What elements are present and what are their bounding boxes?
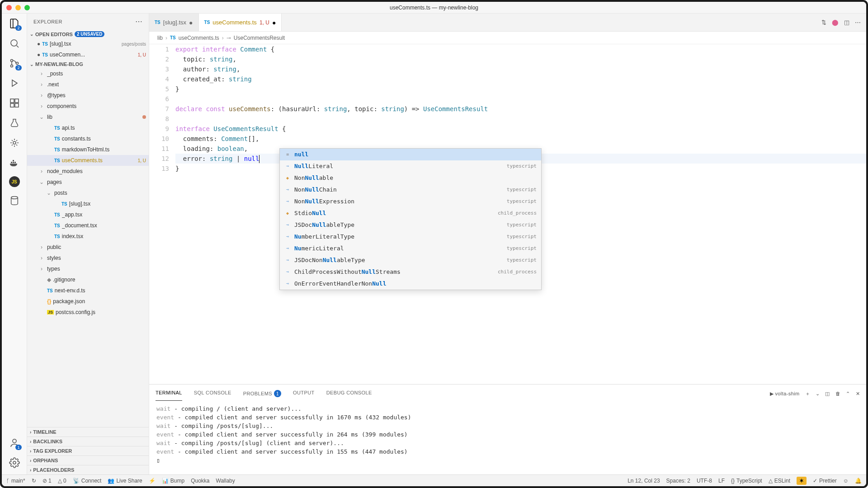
autocomplete-item[interactable]: ⊸ JSDocNullableType typescript: [280, 219, 541, 231]
wallaby[interactable]: Wallaby: [216, 478, 235, 484]
tree-item[interactable]: ⌄ posts: [27, 188, 149, 198]
language-mode[interactable]: {} TypeScript: [731, 478, 762, 484]
database-icon[interactable]: [8, 194, 21, 207]
breadcrumb[interactable]: lib › TS useComments.ts › ⊸ UseCommentsR…: [149, 32, 866, 44]
autocomplete-item[interactable]: ⊸ OnErrorEventHandlerNonNull: [280, 278, 541, 290]
autocomplete-item[interactable]: ◆ StdioNull child_process: [280, 207, 541, 219]
sidebar-section[interactable]: ›TIMELINE: [27, 427, 149, 436]
close-panel-icon[interactable]: ✕: [856, 391, 860, 397]
search-icon[interactable]: [8, 37, 21, 50]
terminal-dropdown-icon[interactable]: ⌄: [816, 391, 820, 397]
panel-tab[interactable]: SQL CONSOLE: [194, 386, 231, 401]
prettier[interactable]: ✓ Prettier: [813, 478, 837, 484]
autocomplete-popup[interactable]: ≡ null ⊸ NullLiteral typescript ◆ NonNul…: [279, 148, 542, 290]
tree-item[interactable]: TS [slug].tsx: [27, 198, 149, 209]
extensions-icon[interactable]: [8, 97, 21, 109]
cursor-position[interactable]: Ln 12, Col 23: [627, 478, 660, 484]
live-share[interactable]: 👥 Live Share: [108, 478, 142, 484]
pin-icon[interactable]: ⬤: [832, 19, 839, 26]
tree-item[interactable]: › .next: [27, 79, 149, 90]
autocomplete-item[interactable]: ≡ null: [280, 149, 541, 160]
copilot-icon[interactable]: ✶: [797, 477, 807, 485]
terminal-output[interactable]: wait - compiling / (client and server)..…: [149, 403, 866, 474]
tree-item[interactable]: {} package.json: [27, 296, 149, 307]
tree-item[interactable]: TS index.tsx: [27, 231, 149, 242]
sidebar-section[interactable]: ›PLACEHOLDERS: [27, 465, 149, 474]
feedback-icon[interactable]: ☺: [843, 478, 849, 484]
maximize-panel-icon[interactable]: ⌃: [846, 391, 850, 397]
accounts-icon[interactable]: 1: [8, 436, 21, 449]
open-editor-item[interactable]: ● TS useCommen... 1, U: [27, 49, 149, 60]
source-control-icon[interactable]: 2: [8, 57, 21, 70]
new-terminal-icon[interactable]: ＋: [805, 390, 810, 397]
terminal-shell[interactable]: ▶ volta-shim: [770, 391, 800, 397]
gitlens-icon[interactable]: [8, 136, 21, 149]
autocomplete-item[interactable]: ◆ NonNullable: [280, 172, 541, 184]
sidebar-section[interactable]: ›ORPHANS: [27, 455, 149, 465]
compare-icon[interactable]: ⇅: [821, 19, 826, 26]
sidebar-section[interactable]: ›BACKLINKS: [27, 436, 149, 446]
tree-item[interactable]: › @types: [27, 90, 149, 101]
tree-item[interactable]: TS markdownToHtml.ts: [27, 144, 149, 155]
autocomplete-item[interactable]: ⊸ NullLiteral typescript: [280, 160, 541, 172]
autocomplete-item[interactable]: ⊸ JSDocNonNullableType typescript: [280, 254, 541, 266]
quokka[interactable]: Quokka: [191, 478, 209, 484]
editor-tab[interactable]: TS useComments.ts 1, U ●: [199, 14, 282, 31]
tree-item[interactable]: › styles: [27, 253, 149, 263]
testing-icon[interactable]: [8, 117, 21, 129]
more-actions-icon[interactable]: ⋯: [855, 19, 861, 26]
tree-item[interactable]: › _posts: [27, 68, 149, 79]
tree-item[interactable]: JS postcss.config.js: [27, 307, 149, 318]
panel-tab[interactable]: OUTPUT: [293, 386, 315, 401]
errors-count[interactable]: ⊘ 1: [42, 478, 52, 484]
eol[interactable]: LF: [718, 478, 725, 484]
tree-item[interactable]: › types: [27, 263, 149, 274]
lightning-icon[interactable]: ⚡: [149, 478, 156, 484]
open-editors-header[interactable]: ⌄ OPEN EDITORS 2 UNSAVED: [27, 30, 149, 38]
eslint[interactable]: △ ESLint: [769, 478, 790, 484]
connect-button[interactable]: 📡 Connect: [73, 478, 102, 484]
encoding[interactable]: UTF-8: [697, 478, 712, 484]
tree-item[interactable]: › node_modules: [27, 166, 149, 177]
autocomplete-item[interactable]: ⊸ ChildProcessWithoutNullStreams child_p…: [280, 266, 541, 278]
tree-item[interactable]: TS next-env.d.ts: [27, 285, 149, 296]
panel-tab[interactable]: TERMINAL: [156, 386, 182, 401]
sync-icon[interactable]: ↻: [32, 478, 36, 484]
git-branch[interactable]: ᚶ main*: [6, 478, 25, 484]
tree-item[interactable]: TS _document.tsx: [27, 220, 149, 231]
panel-tab[interactable]: DEBUG CONSOLE: [326, 386, 372, 401]
autocomplete-item[interactable]: ⊸ NumberLiteralType typescript: [280, 231, 541, 243]
tree-item[interactable]: › public: [27, 242, 149, 253]
settings-icon[interactable]: [8, 456, 21, 469]
autocomplete-item[interactable]: ⊸ NonNullExpression typescript: [280, 196, 541, 207]
explorer-icon[interactable]: 2: [8, 17, 21, 30]
open-editor-item[interactable]: ● TS [slug].tsx pages/posts: [27, 38, 149, 49]
split-terminal-icon[interactable]: ◫: [825, 391, 830, 397]
tree-item[interactable]: TS _app.tsx: [27, 209, 149, 220]
svg-rect-12: [13, 160, 14, 161]
tree-item[interactable]: TS useComments.ts 1, U: [27, 155, 149, 166]
autocomplete-item[interactable]: ⊸ NonNullChain typescript: [280, 184, 541, 196]
sidebar-section[interactable]: ›TAG EXPLORER: [27, 446, 149, 455]
js-icon[interactable]: JS: [9, 176, 20, 187]
tree-item[interactable]: ⌄ lib: [27, 112, 149, 122]
code-editor[interactable]: 12345678910111213 export interface Comme…: [149, 44, 866, 384]
docker-icon[interactable]: [8, 156, 21, 169]
tree-item[interactable]: TS api.ts: [27, 122, 149, 133]
more-icon[interactable]: ⋯: [135, 20, 143, 23]
bump[interactable]: 📊 Bump: [162, 478, 184, 484]
editor-tab[interactable]: TS [slug].tsx ●: [149, 14, 199, 31]
tree-item[interactable]: ◆ .gitignore: [27, 274, 149, 285]
tree-item[interactable]: TS constants.ts: [27, 133, 149, 144]
autocomplete-item[interactable]: ⊸ NumericLiteral typescript: [280, 243, 541, 254]
indent[interactable]: Spaces: 2: [666, 478, 690, 484]
bell-icon[interactable]: 🔔: [855, 478, 862, 484]
split-icon[interactable]: ◫: [844, 19, 849, 26]
panel-tab[interactable]: PROBLEMS1: [243, 386, 281, 401]
kill-terminal-icon[interactable]: 🗑: [835, 391, 840, 396]
tree-item[interactable]: › components: [27, 101, 149, 112]
run-debug-icon[interactable]: [8, 77, 21, 89]
warnings-count[interactable]: △ 0: [58, 478, 66, 484]
project-header[interactable]: ⌄ MY-NEWLINE-BLOG: [27, 60, 149, 68]
tree-item[interactable]: ⌄ pages: [27, 177, 149, 188]
